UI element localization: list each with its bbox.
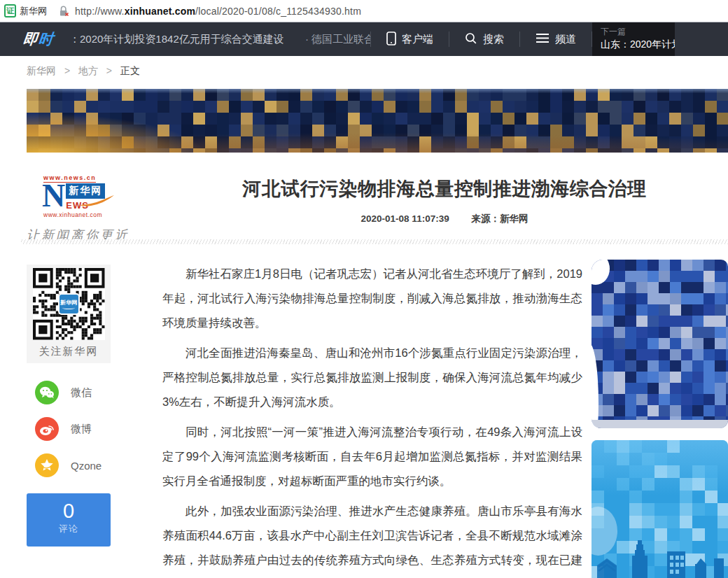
side-promo-image-2[interactable]: [592, 440, 728, 578]
side-promo-image-1[interactable]: [592, 260, 728, 428]
top-navbar: 即时 ：2020年计划投资1842亿元用于综合交通建设 · 德国工业联合会呼吁改…: [0, 22, 728, 56]
qr-code: 新华网: [33, 268, 105, 340]
source-label: 来源：: [471, 213, 500, 224]
next-article-label: 下一篇: [601, 26, 668, 37]
page-title: 河北试行污染物排海总量控制推进渤海综合治理: [168, 176, 721, 202]
nav-app-label: 客户端: [402, 33, 433, 46]
breadcrumb-separator: >: [64, 65, 70, 76]
menu-icon: [536, 33, 550, 45]
logo-n-letter: N: [42, 183, 65, 211]
share-qzone-label: Qzone: [71, 460, 102, 472]
url-field[interactable]: http://www.xinhuanet.com/local/2020-01/0…: [75, 6, 361, 17]
next-article-title: 山东：2020年计划: [601, 37, 668, 51]
qr-center-logo: 新华网: [58, 293, 80, 315]
page: 证 新华网 http://www.xinhuanet.com/local/202…: [0, 0, 728, 578]
share-wechat-label: 微信: [71, 386, 92, 400]
share-weibo-label: 微博: [71, 423, 92, 436]
ticker-headline[interactable]: · 德国工业联合会呼吁改变数据处理方式: [305, 33, 370, 45]
article-paragraph: 新华社石家庄1月8日电（记者巩志宏）记者从河北省生态环境厅了解到，2019年起，…: [162, 262, 582, 335]
article-meta: 2020-01-08 11:07:39 来源：新华网: [168, 213, 721, 225]
nav-search-label: 搜索: [483, 33, 504, 46]
site-name: 新华网: [20, 5, 47, 17]
breadcrumb-current: 正文: [120, 65, 140, 76]
browser-url-bar: 证 新华网 http://www.xinhuanet.com/local/202…: [0, 0, 728, 22]
search-icon: [465, 32, 477, 47]
comment-box[interactable]: 0 评论: [27, 493, 111, 547]
lock-broken-icon: [58, 5, 69, 17]
article-paragraph: 同时，河北按照“一河一策”推进入海河流整治专项行动，在49条入海河流上设定了99…: [162, 420, 582, 493]
article-header: 河北试行污染物排海总量控制推进渤海综合治理 2020-01-08 11:07:3…: [168, 176, 721, 225]
next-article-link[interactable]: 下一篇 山东：2020年计划: [592, 22, 675, 56]
news-ticker: ：2020年计划投资1842亿元用于综合交通建设 · 德国工业联合会呼吁改变数据…: [69, 33, 370, 46]
nav-channels-label: 频道: [555, 33, 576, 46]
article-paragraph: 此外，加强农业面源污染治理、推进水产生态健康养殖。唐山市乐亭县有海水养殖面积44…: [162, 499, 582, 578]
city-skyline-graphic: [592, 535, 728, 578]
breadcrumb-section[interactable]: 地方: [78, 65, 98, 76]
qr-caption: 关注新华网: [27, 345, 111, 358]
jishi-logo[interactable]: 即时: [22, 29, 55, 49]
qr-follow-card: 新华网 关注新华网: [27, 265, 111, 363]
comment-count: 0: [27, 500, 111, 521]
publish-date: 2020-01-08 11:07:39: [361, 213, 449, 224]
breadcrumb-separator: >: [106, 65, 112, 76]
nav-search-button[interactable]: 搜索: [449, 32, 519, 47]
share-qzone-button[interactable]: Qzone: [35, 453, 102, 477]
wechat-icon: [35, 381, 59, 404]
share-wechat-button[interactable]: 微信: [35, 381, 92, 404]
nav-app-button[interactable]: 客户端: [371, 31, 449, 48]
breadcrumb: 新华网 > 地方 > 正文: [27, 65, 140, 78]
article-body: 新华社石家庄1月8日电（记者巩志宏）记者从河北省生态环境厅了解到，2019年起，…: [162, 262, 582, 578]
xinhuanet-logo[interactable]: www.news.cn N 新华网 EWS www.xinhuanet.com …: [27, 170, 125, 244]
nav-channels-button[interactable]: 频道: [520, 33, 592, 46]
logo-main: N 新华网 EWS: [42, 183, 125, 211]
banner-glow-overlay: [27, 89, 728, 153]
banner-image[interactable]: [27, 89, 728, 153]
cert-icon: 证: [4, 4, 16, 17]
source-name[interactable]: 新华网: [500, 213, 528, 224]
hatched-divider: [21, 239, 728, 244]
ticker-headline[interactable]: ：2020年计划投资1842亿元用于综合交通建设: [69, 33, 284, 45]
article-paragraph: 河北全面推进沿海秦皇岛、唐山和沧州市16个涉氮重点行业固定污染源治理，严格控制总…: [162, 341, 582, 414]
qzone-icon: [35, 453, 59, 477]
weibo-icon: [35, 417, 59, 441]
logo-bottom-url: www.xinhuanet.com: [43, 211, 125, 218]
image-footer-strip: [592, 420, 728, 428]
share-weibo-button[interactable]: 微博: [35, 417, 92, 441]
comment-label: 评论: [27, 523, 111, 535]
breadcrumb-home[interactable]: 新华网: [27, 65, 56, 76]
logo-swoosh-icon: [78, 195, 115, 210]
phone-icon: [386, 31, 396, 48]
